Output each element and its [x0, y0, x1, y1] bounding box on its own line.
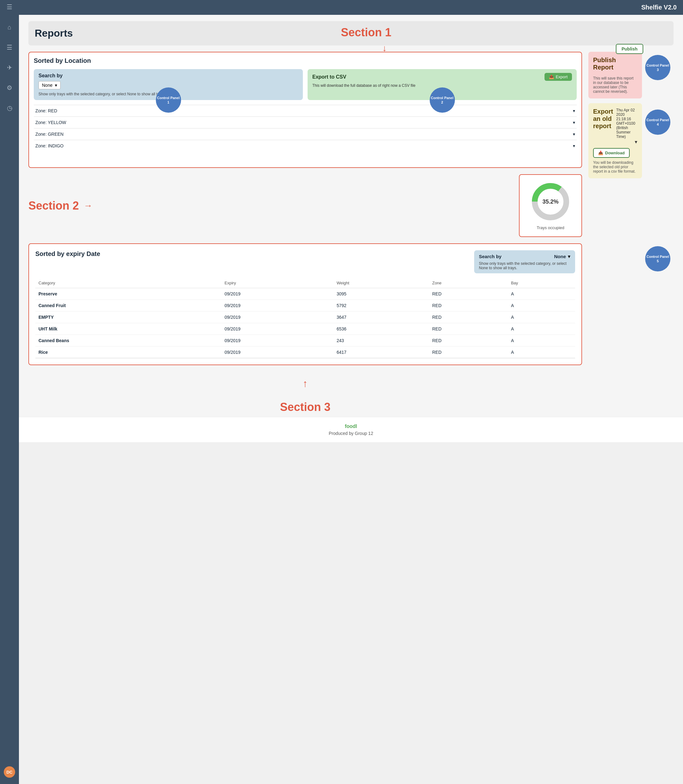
sorted-by-location-title: Sorted by Location: [34, 57, 577, 64]
main-content: Shelfie V2.0 Reports Section 1 ↓ Sorted …: [19, 0, 683, 784]
zone-list: Zone: RED ▾ Zone: YELLOW ▾ Zone: GREEN ▾: [34, 105, 577, 151]
zone-row-indigo[interactable]: Zone: INDIGO ▾: [34, 140, 577, 151]
filters-row: Search by None ▾ Show only trays with th…: [34, 69, 577, 100]
cell-zone: RED: [429, 347, 508, 358]
export-csv-title: Export to CSV: [312, 74, 346, 80]
avatar[interactable]: DC: [4, 766, 15, 778]
chevron-down-icon: ▾: [55, 83, 57, 88]
search-by-value: None: [42, 83, 52, 88]
control-panel-1-bubble: Control Panel 1: [156, 87, 181, 112]
sidebar-item-document[interactable]: ☰: [3, 41, 16, 54]
section3-area: ↑ Section 3: [28, 371, 582, 417]
publish-panel-title: Publish Report: [593, 56, 616, 71]
zone-yellow-chevron: ▾: [573, 120, 575, 125]
publish-panel: Publish Report Publish This will save th…: [588, 52, 642, 98]
cell-weight: 5792: [333, 300, 429, 312]
cell-bay: A: [508, 300, 575, 312]
control-panel-5-bubble: Control Panel 5: [645, 246, 670, 272]
footer-credit: Produced by Group 12: [25, 431, 677, 436]
menu-icon[interactable]: ☰: [6, 3, 12, 11]
section2-annotation-group: Section 2 →: [28, 199, 93, 212]
cell-zone: RED: [429, 323, 508, 335]
col-bay: Bay: [508, 278, 575, 288]
donut-percentage: 35.2%: [542, 199, 558, 205]
cell-weight: 6417: [333, 347, 429, 358]
zone-row-green[interactable]: Zone: GREEN ▾: [34, 128, 577, 140]
export-csv-button[interactable]: 📤 Export: [545, 73, 572, 81]
table-row: Canned Beans09/2019243REDA: [35, 335, 575, 347]
zone-red-label: Zone: RED: [35, 108, 57, 113]
cell-category: Rice: [35, 347, 221, 358]
cell-zone: RED: [429, 335, 508, 347]
cell-expiry: 09/2019: [221, 347, 333, 358]
col-category: Category: [35, 278, 221, 288]
expiry-title: Sorted by expiry Date: [35, 250, 100, 257]
expiry-header-row: Sorted by expiry Date Search by None ▾ S…: [35, 250, 575, 273]
cell-zone: RED: [429, 288, 508, 300]
expiry-search-dropdown[interactable]: ▾: [568, 254, 571, 259]
control-panel-2-bubble: Control Panel 2: [430, 87, 455, 112]
cell-expiry: 09/2019: [221, 300, 333, 312]
download-icon: 📥: [598, 151, 603, 155]
zone-row-yellow[interactable]: Zone: YELLOW ▾: [34, 116, 577, 128]
download-button-label: Download: [605, 151, 625, 155]
cell-expiry: 09/2019: [221, 323, 333, 335]
export-old-header: Export an old report Thu Apr 02 2020 21:…: [593, 108, 637, 145]
donut-caption: Trays occupied: [537, 225, 564, 230]
sidebar-item-home[interactable]: ⌂: [3, 21, 16, 34]
cell-bay: A: [508, 323, 575, 335]
export-old-dropdown[interactable]: ▾: [635, 139, 637, 145]
zone-indigo-label: Zone: INDIGO: [35, 143, 63, 148]
cell-category: EMPTY: [35, 312, 221, 323]
section2-arrow-icon: →: [83, 201, 93, 211]
publish-button[interactable]: Publish: [616, 44, 643, 54]
expiry-table-body: Preserve09/20193095REDACanned Fruit09/20…: [35, 288, 575, 358]
donut-panel: 35.2% Trays occupied: [519, 174, 582, 237]
control-panel-4-bubble: Control Panel 4: [645, 109, 670, 135]
export-icon: 📤: [549, 74, 554, 79]
zone-green-chevron: ▾: [573, 132, 575, 137]
publish-description: This will save this report in our databa…: [593, 76, 637, 94]
col-expiry: Expiry: [221, 278, 333, 288]
cell-expiry: 09/2019: [221, 335, 333, 347]
cell-weight: 3095: [333, 288, 429, 300]
app-title: Shelfie V2.0: [641, 4, 677, 11]
cell-weight: 243: [333, 335, 429, 347]
zone-red-chevron: ▾: [573, 108, 575, 113]
sidebar-item-route[interactable]: ✈: [3, 61, 16, 74]
content-area: Reports Section 1 ↓ Sorted by Location S…: [19, 15, 683, 417]
col-weight: Weight: [333, 278, 429, 288]
export-old-date: Thu Apr 02 2020 21:18:16 GMT+0100 (Briti…: [616, 108, 637, 139]
sidebar-item-settings[interactable]: ⚙: [3, 82, 16, 94]
expiry-search-label: Search by None ▾: [479, 254, 571, 259]
cell-zone: RED: [429, 312, 508, 323]
cell-expiry: 09/2019: [221, 312, 333, 323]
expiry-table-header: Category Expiry Weight Zone Bay: [35, 278, 575, 288]
export-old-description: You will be downloading the selected old…: [593, 160, 637, 174]
expiry-search-box: Search by None ▾ Show only trays with th…: [474, 250, 575, 273]
sidebar: ☰ ⌂ ☰ ✈ ⚙ ◷ DC: [0, 0, 19, 784]
search-by-label: Search by: [38, 73, 298, 79]
section3-arrow-icon: ↑: [303, 378, 308, 389]
zone-row-red[interactable]: Zone: RED ▾: [34, 105, 577, 116]
cell-category: UHT Milk: [35, 323, 221, 335]
cell-bay: A: [508, 347, 575, 358]
search-by-select[interactable]: None ▾: [38, 81, 61, 89]
sidebar-item-clock[interactable]: ◷: [3, 102, 16, 114]
sorted-by-location-panel: Sorted by Location Search by None ▾ Show…: [28, 52, 582, 168]
right-column: Publish Report Publish This will save th…: [588, 52, 673, 183]
donut-chart: 35.2%: [530, 181, 571, 222]
cell-category: Canned Beans: [35, 335, 221, 347]
export-csv-header: Export to CSV 📤 Export: [312, 73, 572, 81]
cell-zone: RED: [429, 300, 508, 312]
table-row: Rice09/20196417REDA: [35, 347, 575, 358]
download-button[interactable]: 📥 Download: [593, 148, 630, 158]
cell-bay: A: [508, 312, 575, 323]
table-header-row: Category Expiry Weight Zone Bay: [35, 278, 575, 288]
sorted-by-expiry-panel: Sorted by expiry Date Search by None ▾ S…: [28, 243, 582, 365]
main-two-col: Sorted by Location Search by None ▾ Show…: [28, 52, 673, 417]
zone-indigo-chevron: ▾: [573, 143, 575, 148]
export-csv-button-label: Export: [556, 74, 568, 79]
table-row: EMPTY09/20193647REDA: [35, 312, 575, 323]
col-zone: Zone: [429, 278, 508, 288]
